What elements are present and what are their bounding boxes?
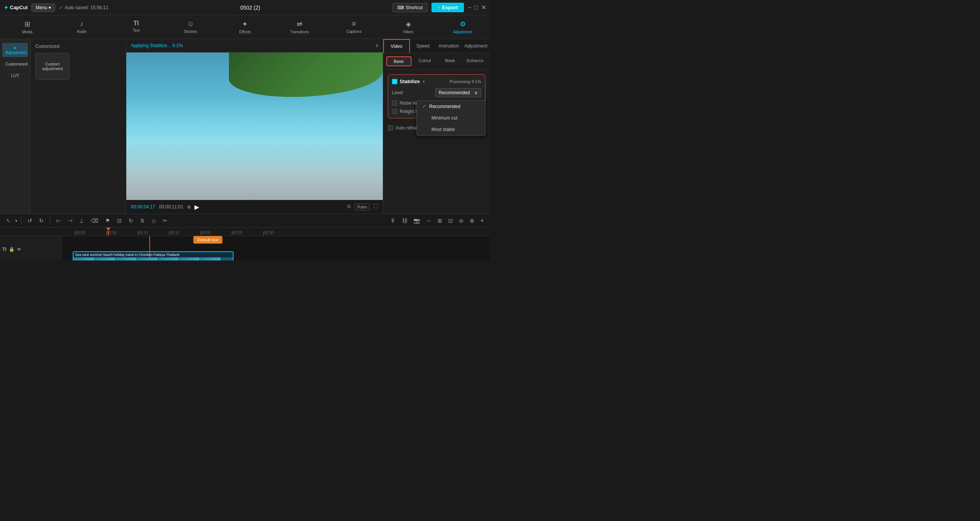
ruler-mark-25: |00:25 [232, 231, 263, 235]
playhead-dot [253, 194, 256, 197]
shape-button[interactable]: ◇ [149, 216, 158, 225]
mic-button[interactable]: 🎙 [388, 216, 398, 225]
preview-menu-icon[interactable]: ≡ [376, 43, 378, 48]
top-bar: ✦ CapCut Menu ▾ ✓ Auto saved: 15:56:11 0… [0, 0, 490, 15]
tab-speed[interactable]: Speed [410, 39, 436, 53]
tool-captions[interactable]: ≡ Captions [327, 18, 381, 36]
sidebar-item-adjustment[interactable]: Adjustment [2, 43, 28, 57]
tab-animation[interactable]: Animation [436, 39, 462, 53]
auto-saved-text: Auto saved: 15:56:11 [65, 5, 108, 10]
stabilize-left: ✓ Stabilize ∧ [392, 79, 425, 84]
link-button[interactable]: ↔ [424, 216, 434, 225]
stabilize-chevron-icon[interactable]: ∧ [422, 79, 425, 84]
select-dropdown-icon[interactable]: ▾ [15, 219, 17, 223]
ratio-btn[interactable]: Ratio [355, 203, 369, 210]
noise-checkbox[interactable] [392, 100, 397, 106]
timeline-content: Default text Sea view summer beach holid… [61, 236, 490, 260]
bottom-toolbar: ↖ ▾ ↺ ↻ ⊢ ⊣ ⊥ ⌫ ⚑ ⊡ ↻ ⇅ ◇ ✂ 🎙 ⛓ 📷 ↔ ⊞ ⊡ … [0, 214, 490, 228]
undo-button[interactable]: ↺ [25, 216, 34, 225]
close-button[interactable]: ✕ [481, 4, 486, 11]
flag-button[interactable]: ⚑ [103, 216, 113, 225]
sidebar-item-lut[interactable]: LUT [2, 71, 28, 80]
tool-stickers[interactable]: ☺ Stickers [163, 18, 218, 36]
relight-checkbox[interactable] [392, 109, 397, 114]
video-thumb-6 [179, 257, 200, 260]
split-right-button[interactable]: ⊣ [65, 216, 75, 225]
tool-transitions[interactable]: ⇌ Transitions [272, 18, 327, 36]
delete-button[interactable]: ⌫ [88, 216, 101, 225]
text-visibility-icon[interactable]: 👁 [17, 247, 21, 252]
tool-effects[interactable]: ✦ Effects [218, 18, 272, 36]
align-center-button[interactable]: ⊞ [435, 216, 444, 225]
capcut-icon: ✦ [4, 5, 8, 11]
subtab-cutout[interactable]: Cutout [413, 56, 437, 66]
auto-reframe-checkbox[interactable] [388, 125, 393, 131]
stabilize-checkbox[interactable]: ✓ [392, 79, 397, 84]
level-dropdown[interactable]: Recommended ∧ [435, 88, 481, 97]
camera-button[interactable]: 📷 [411, 216, 422, 225]
custom-adjustment-card[interactable]: Customadjustment [35, 53, 70, 80]
ruler-mark-00: |00:00 [75, 231, 106, 235]
tool-adjustment[interactable]: ⚙ Adjustment [436, 18, 490, 36]
zoom-out-button[interactable]: ⊖ [457, 216, 466, 225]
text-track-controls: TI 🔒 👁 [2, 247, 59, 252]
split-button[interactable]: ⊥ [77, 216, 86, 225]
tool-stickers-label: Stickers [184, 29, 198, 34]
flip-button[interactable]: ⇅ [138, 216, 147, 225]
subtab-mask[interactable]: Mask [438, 56, 462, 66]
dropdown-item-recommended[interactable]: ✓ Recommended [417, 101, 485, 112]
timeline-tracks: TI 🔒 👁 ✎ Cover 🔒 👁 🔊 Default text [0, 236, 490, 260]
minimize-button[interactable]: − [468, 4, 471, 11]
cut-button[interactable]: ✂ [160, 216, 170, 225]
tab-adjustment[interactable]: Adjustment [462, 39, 490, 53]
tool-adjustment-label: Adjustment [453, 30, 472, 34]
video-frame [126, 52, 383, 200]
frame-icon[interactable]: ⊙ [347, 203, 351, 210]
maximize-button[interactable]: □ [474, 4, 478, 11]
fullscreen-icon[interactable]: ⛶ [373, 203, 378, 210]
right-content: ✓ Stabilize ∧ Processing 9.1% Level Reco… [383, 70, 490, 214]
tool-audio[interactable]: ♪ Audio [54, 18, 109, 36]
video-clip[interactable]: Sea view summer beach holiday travel in … [73, 251, 234, 260]
play-button[interactable]: ▶ [194, 203, 199, 211]
preview-right-icons: ⊙ Ratio ⛶ [347, 203, 378, 210]
subtab-enhance[interactable]: Enhance [463, 56, 487, 66]
default-text-chip[interactable]: Default text [193, 236, 222, 244]
ruler-mark-30: |00:30 [263, 231, 294, 235]
zoom-in-button[interactable]: ⊕ [467, 216, 477, 225]
video-clip-title: Sea view summer beach holiday travel in … [74, 252, 233, 257]
text-icon: TI [133, 20, 139, 27]
timeline-left-panel: TI 🔒 👁 ✎ Cover 🔒 👁 🔊 [0, 236, 61, 260]
left-sidebar: Adjustment Customized LUT [0, 39, 31, 214]
tool-text[interactable]: TI Text [109, 18, 163, 36]
tool-filters[interactable]: ◈ Filters [381, 18, 436, 36]
loop-button[interactable]: ↻ [126, 216, 136, 225]
text-lock-icon[interactable]: 🔒 [9, 247, 15, 252]
select-tool-button[interactable]: ↖ [4, 216, 13, 225]
sidebar-item-customized[interactable]: Customized [2, 59, 28, 69]
split-left-button[interactable]: ⊢ [54, 216, 63, 225]
tab-video[interactable]: Video [383, 39, 410, 53]
chain-button[interactable]: ⛓ [400, 216, 410, 225]
menu-button[interactable]: Menu ▾ [31, 3, 55, 12]
shortcut-label: Shortcut [406, 5, 423, 10]
video-thumb-1 [74, 257, 95, 260]
add-track-button[interactable]: + [478, 216, 486, 226]
tool-media[interactable]: ⊞ Media [0, 18, 54, 36]
redo-button[interactable]: ↻ [37, 216, 46, 225]
crop-button[interactable]: ⊡ [115, 216, 124, 225]
playhead-triangle-icon [106, 228, 111, 231]
subtab-basic[interactable]: Basic [386, 56, 412, 66]
dropdown-minimum-cut-label: Minimum cut [431, 115, 457, 121]
adjustment-icon: ⚙ [460, 20, 466, 28]
export-button[interactable]: ↑ Export [431, 3, 464, 12]
video-thumb-5 [158, 257, 179, 260]
dropdown-item-minimum-cut[interactable]: Minimum cut [417, 112, 485, 124]
timeline-playhead[interactable] [108, 228, 109, 236]
shortcut-button[interactable]: ⌨ Shortcut [392, 3, 428, 12]
dropdown-item-most-stable[interactable]: Most stable [417, 124, 485, 135]
dropdown-recommended-label: Recommended [429, 104, 460, 109]
capcut-logo: ✦ CapCut [4, 5, 28, 11]
caption-button[interactable]: ⊡ [446, 216, 455, 225]
project-title: 0502 (2) [112, 5, 389, 11]
